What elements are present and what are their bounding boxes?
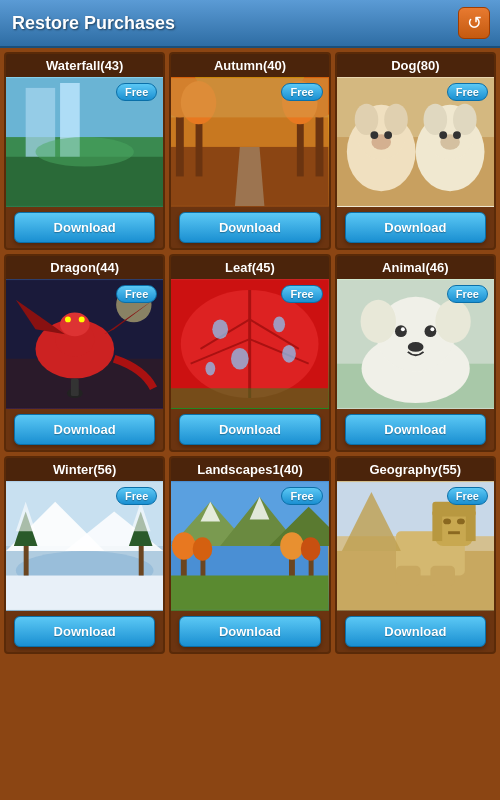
- svg-rect-109: [448, 531, 460, 534]
- category-title-dragon: Dragon(44): [6, 256, 163, 279]
- svg-marker-9: [235, 147, 264, 206]
- header-title: Restore Purchases: [12, 13, 175, 34]
- svg-point-68: [401, 327, 405, 331]
- svg-rect-59: [171, 388, 328, 408]
- svg-point-33: [439, 131, 447, 139]
- category-title-leaf: Leaf(45): [171, 256, 328, 279]
- download-button-leaf[interactable]: Download: [179, 414, 321, 445]
- free-badge-dragon: Free: [116, 285, 157, 303]
- svg-point-107: [443, 518, 451, 524]
- image-container-dog: Free: [337, 77, 494, 207]
- download-button-winter[interactable]: Download: [14, 616, 156, 647]
- svg-point-95: [280, 532, 304, 560]
- svg-point-97: [301, 537, 321, 561]
- svg-point-69: [430, 327, 434, 331]
- category-title-geography: Geography(55): [337, 458, 494, 481]
- svg-point-43: [65, 316, 71, 322]
- svg-point-30: [423, 104, 447, 135]
- svg-point-24: [384, 104, 408, 135]
- free-badge-geography: Free: [447, 487, 488, 505]
- download-button-dragon[interactable]: Download: [14, 414, 156, 445]
- free-badge-waterfall: Free: [116, 83, 157, 101]
- free-badge-winter: Free: [116, 487, 157, 505]
- category-dog: Dog(80): [335, 52, 496, 250]
- free-badge-landscapes: Free: [281, 487, 322, 505]
- image-container-leaf: Free: [171, 279, 328, 409]
- svg-point-70: [407, 342, 423, 352]
- free-badge-animal: Free: [447, 285, 488, 303]
- svg-point-6: [35, 137, 133, 166]
- svg-point-34: [453, 131, 461, 139]
- svg-point-64: [360, 300, 395, 343]
- svg-point-58: [206, 362, 216, 376]
- category-winter: Winter(56): [4, 456, 165, 654]
- download-button-autumn[interactable]: Download: [179, 212, 321, 243]
- image-container-waterfall: Free: [6, 77, 163, 207]
- free-badge-dog: Free: [447, 83, 488, 101]
- image-container-landscapes: Free: [171, 481, 328, 611]
- free-badge-autumn: Free: [281, 83, 322, 101]
- svg-rect-76: [6, 575, 163, 609]
- category-title-waterfall: Waterfall(43): [6, 54, 163, 77]
- svg-point-23: [354, 104, 378, 135]
- category-animal: Animal(46): [335, 254, 496, 452]
- image-container-dragon: Free: [6, 279, 163, 409]
- svg-point-93: [193, 537, 213, 561]
- svg-point-91: [172, 532, 196, 560]
- svg-rect-105: [432, 512, 442, 541]
- restore-purchases-button[interactable]: ↺: [458, 7, 490, 39]
- free-badge-leaf: Free: [281, 285, 322, 303]
- svg-point-42: [60, 313, 89, 337]
- category-autumn: Autumn(40): [169, 52, 330, 250]
- image-container-winter: Free: [6, 481, 163, 611]
- download-button-waterfall[interactable]: Download: [14, 212, 156, 243]
- svg-point-44: [79, 316, 85, 322]
- svg-point-26: [370, 131, 378, 139]
- svg-rect-80: [139, 541, 144, 575]
- svg-rect-77: [24, 541, 29, 575]
- svg-point-27: [384, 131, 392, 139]
- svg-rect-98: [171, 575, 328, 609]
- download-button-dog[interactable]: Download: [345, 212, 487, 243]
- category-title-dog: Dog(80): [337, 54, 494, 77]
- svg-point-54: [213, 319, 229, 339]
- category-title-autumn: Autumn(40): [171, 54, 328, 77]
- category-title-animal: Animal(46): [337, 256, 494, 279]
- svg-rect-110: [396, 566, 421, 586]
- category-leaf: Leaf(45): [169, 254, 330, 452]
- category-geography: Geography(55): [335, 456, 496, 654]
- category-title-landscapes: Landscapes1(40): [171, 458, 328, 481]
- svg-rect-106: [465, 512, 475, 541]
- svg-point-65: [435, 300, 470, 343]
- header: Restore Purchases ↺: [0, 0, 500, 48]
- svg-point-55: [274, 316, 286, 332]
- category-grid: Waterfall(43) Free Download Autumn(40): [0, 48, 500, 658]
- svg-rect-111: [430, 566, 455, 586]
- image-container-autumn: Free: [171, 77, 328, 207]
- svg-point-66: [395, 325, 407, 337]
- svg-point-108: [457, 518, 465, 524]
- category-waterfall: Waterfall(43) Free Download: [4, 52, 165, 250]
- svg-point-56: [231, 348, 249, 370]
- category-landscapes: Landscapes1(40): [169, 456, 330, 654]
- svg-point-57: [282, 345, 296, 363]
- image-container-geography: Free: [337, 481, 494, 611]
- download-button-landscapes[interactable]: Download: [179, 616, 321, 647]
- svg-point-67: [424, 325, 436, 337]
- image-container-animal: Free: [337, 279, 494, 409]
- category-title-winter: Winter(56): [6, 458, 163, 481]
- svg-rect-46: [71, 378, 79, 396]
- download-button-geography[interactable]: Download: [345, 616, 487, 647]
- download-button-animal[interactable]: Download: [345, 414, 487, 445]
- svg-point-31: [453, 104, 477, 135]
- category-dragon: Dragon(44): [4, 254, 165, 452]
